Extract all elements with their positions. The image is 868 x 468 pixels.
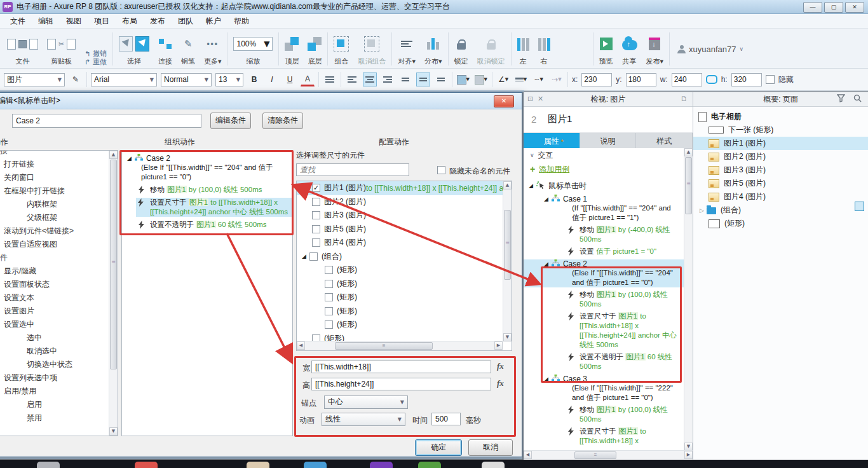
widget-name-field[interactable]: 图片1 [548,113,572,125]
taskbar-app-icon[interactable] [482,462,505,468]
h-input[interactable] [731,73,762,86]
cancel-button[interactable]: 取消 [468,439,513,456]
widget-checkbox[interactable] [312,211,320,219]
inspector-action-row[interactable]: 移动 图片1 by (100,0) 线性 500ms [524,290,684,309]
undock-icon[interactable]: ⊡ [527,94,533,104]
taskbar-app-icon[interactable] [370,462,393,468]
clipboard-group[interactable]: ✂ 剪贴板 [43,30,80,68]
height-fx-button[interactable]: fx [497,378,504,389]
widget-select-row[interactable]: (矩形) [297,305,503,319]
font-select[interactable]: Arial▼ [91,73,157,86]
menu-item-9[interactable]: 帮助 [227,14,255,29]
outline-item-4[interactable]: 图片2 (图片) [693,150,868,163]
tree-collapsed-icon[interactable]: ▷ [700,207,704,214]
action-list-item[interactable]: 关闭窗口 [0,171,108,184]
widget-select-row[interactable]: ✓图片1 (图片) to [[This.width+18]] x [[This.… [297,181,503,195]
tab-属性[interactable]: 属性* [524,133,580,149]
action-list-item[interactable]: 切换选中状态 [0,358,108,371]
send-to-back[interactable]: 底层 [303,30,326,68]
widget-select-row[interactable]: (矩形) [297,318,503,332]
interaction-section-row[interactable]: ∨ 交互 [524,148,684,162]
menu-item-2[interactable]: 编辑 [32,14,60,29]
bring-to-front[interactable]: 顶层 [280,30,303,68]
action-list-item[interactable]: 选中 [0,331,108,345]
widget-checkbox[interactable] [325,320,333,329]
tab-说明[interactable]: 说明 [580,133,637,149]
align-left-edge[interactable]: 左 [513,30,534,68]
action-list-item[interactable]: 链接 [0,151,108,158]
widget-checkbox[interactable] [312,238,320,247]
animation-select[interactable]: 线性▼ [322,413,405,426]
action-list-item[interactable]: 在框架中打开链接 [0,184,108,198]
menu-item-7[interactable]: 团队 [172,14,200,29]
select-intersect-icon[interactable] [119,36,133,52]
align-right-edge[interactable]: 右 [534,30,555,68]
menu-item-3[interactable]: 视图 [60,14,88,29]
align-bottom-icon[interactable] [434,72,448,86]
inspector-case-case2[interactable]: ◢Case 2(Else If "[[This.width]]" == "204… [524,259,684,371]
align-top-icon[interactable] [398,72,412,86]
tree-expanded-icon[interactable]: ◢ [529,182,533,189]
widget-checkbox[interactable] [325,293,333,301]
action-list-item[interactable]: 内联框架 [0,198,108,211]
action-list-item[interactable]: 打开链接 [0,158,108,171]
case-header[interactable]: ◢Case 1 [524,195,684,203]
pen-tool[interactable]: ✎ 钢笔 [177,30,200,68]
hide-unnamed-checkbox[interactable] [437,166,445,174]
anchor-select[interactable]: 中心▼ [324,396,408,409]
widget-select-row[interactable]: ◢(组合) [297,250,503,264]
action-list-item[interactable]: 滚动到元件<锚链接> [0,224,108,238]
user-account[interactable]: xuyuanfan77 ∨ [671,30,750,68]
align-center-icon[interactable] [363,72,377,86]
italic-button[interactable]: I [265,72,279,86]
widget-checkbox[interactable]: ✓ [312,184,320,192]
taskbar[interactable] [0,460,868,468]
line-color-button[interactable]: ∠▼ [496,72,510,86]
fill-color-button[interactable]: ▼ [456,72,470,86]
y-input[interactable] [626,73,656,86]
widget-list-vscroll[interactable]: ▲ ≡ ▼ [503,181,512,341]
tree-expanded-icon[interactable]: ◢ [302,253,306,259]
edit-condition-button[interactable]: 编辑条件 [210,113,251,129]
bullet-list-icon[interactable] [323,72,337,86]
close-panel-icon[interactable]: ✕ [538,94,543,104]
widget-list-hscroll[interactable]: ◀ ▶ ≡ [297,341,503,350]
action-list-item[interactable]: 设置选中 [0,318,108,331]
organize-action-row[interactable]: 设置不透明于 图片1 60 线性 500ms [122,220,292,230]
constrain-wh-icon[interactable] [706,75,717,84]
font-color-button[interactable]: A [301,73,315,86]
filter-icon[interactable] [837,94,845,102]
inspector-action-row[interactable]: 设置不透明于 图片1 60 线性 500ms [524,352,684,371]
widget-checkbox[interactable] [325,280,333,288]
action-list-scrollbar[interactable]: ▲ ≡ ▼ [109,151,118,436]
tree-expanded-icon[interactable]: ◢ [544,261,548,267]
inspector-case-case3[interactable]: ◢Case 3(Else If "[[This.width]]" == "222… [524,375,684,446]
organize-case-header[interactable]: ◢Case 2 [122,154,292,163]
menu-item-5[interactable]: 布局 [116,14,144,29]
widget-select-row[interactable]: 图片5 (图片) [297,223,503,237]
arrow-style-button[interactable]: ⇢▼ [550,72,564,86]
widget-select-row[interactable]: (矩形) [297,277,503,291]
background-color-button[interactable]: ▼ [474,72,488,86]
dialog-close-button[interactable]: ✕ [494,95,514,107]
panel-toggle-icon[interactable] [855,202,864,211]
action-list-item[interactable]: 显示/隐藏 [0,265,108,278]
action-list-item[interactable]: 设置自适应视图 [0,238,108,251]
outline-item-2[interactable]: 下一张 (矩形) [693,123,868,137]
inspector-action-row[interactable]: 设置尺寸于 图片1 to [[This.width+18]] x [524,427,684,446]
dialog-titlebar[interactable]: 编辑<鼠标单击时> [0,93,522,109]
tree-expanded-icon[interactable]: ◢ [544,376,548,382]
clear-condition-button[interactable]: 清除条件 [262,113,303,129]
widget-checkbox[interactable] [325,307,333,315]
taskbar-app-icon[interactable] [37,462,60,468]
outline-item-6[interactable]: 图片5 (图片) [693,177,868,190]
action-list-item[interactable]: 元件 [0,251,108,265]
case-header[interactable]: ◢Case 3 [524,375,684,383]
group-button[interactable]: 组合 [329,30,353,68]
line-width-button[interactable]: ▼ [514,72,528,86]
inspector-vscroll[interactable]: ▲ ≡ ▼ [684,148,693,451]
redo-button[interactable]: ↱ 重做 [85,58,107,66]
file-group[interactable]: 文件 [3,30,43,68]
align-left-icon[interactable] [345,72,359,86]
outline-item-5[interactable]: 图片3 (图片) [693,163,868,177]
